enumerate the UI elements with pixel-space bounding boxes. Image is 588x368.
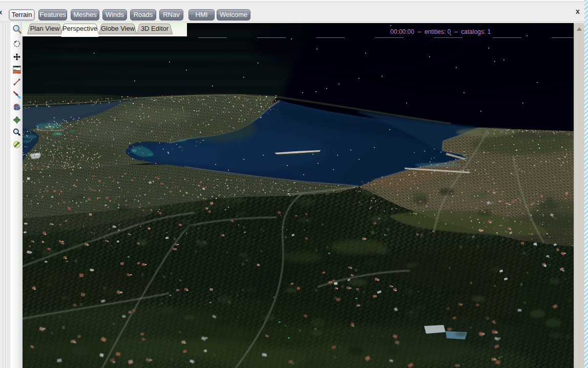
svg-text:MtBlanc: MtBlanc (13, 72, 18, 73)
